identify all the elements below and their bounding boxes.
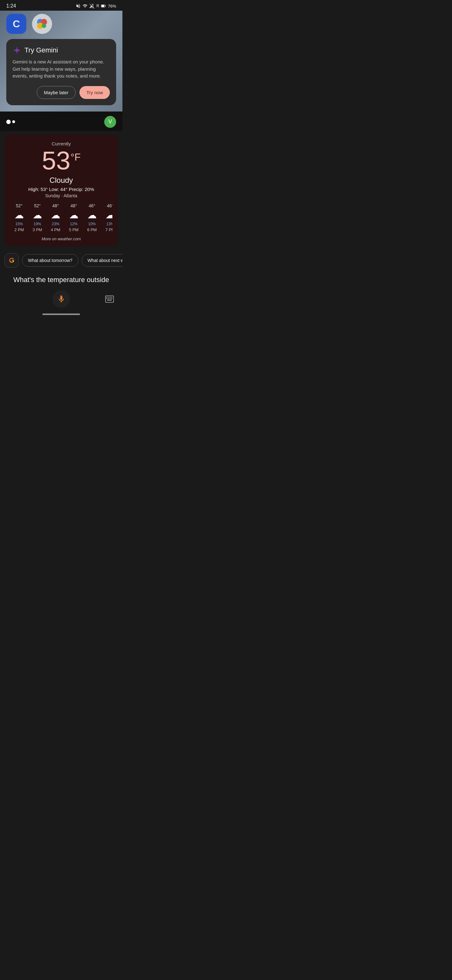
hourly-item: 46° ☁ 10% 6 PM [84, 203, 100, 232]
cloud-icon: ☁ [69, 210, 78, 221]
battery-icon [101, 3, 106, 8]
assistant-bar: V [0, 111, 122, 131]
svg-rect-2 [105, 5, 106, 6]
hourly-temp: 48° [70, 203, 77, 208]
hourly-time: 5 PM [69, 228, 78, 232]
google-assistant-app-icon[interactable] [32, 14, 52, 34]
gemini-title-row: Try Gemini [13, 46, 110, 55]
home-indicator [42, 313, 80, 315]
hourly-item: 52° ☁ 15% 2 PM [11, 203, 28, 232]
svg-point-6 [42, 24, 46, 28]
keyboard-button[interactable] [103, 293, 116, 305]
svg-rect-9 [108, 297, 109, 298]
hourly-precip: 15% [15, 222, 23, 226]
mic-button[interactable] [52, 290, 70, 308]
hourly-time: 3 PM [33, 228, 42, 232]
next-week-chip[interactable]: What about next week? [82, 254, 122, 267]
app-icons-row: C [6, 14, 116, 34]
weather-temperature: 53°F [10, 148, 113, 173]
cb-icon-label: C [13, 18, 20, 30]
google-g-icon: G [9, 256, 14, 264]
google-logo-icon [35, 17, 49, 31]
weather-temp-unit: °F [70, 151, 80, 162]
hourly-temp: 48° [52, 203, 59, 208]
weather-card: Currently 53°F Cloudy High: 53° Low: 44°… [5, 135, 118, 246]
hourly-time: 6 PM [87, 228, 97, 232]
hourly-precip: 23% [52, 222, 59, 226]
hourly-precip: 10% [88, 222, 96, 226]
google-g-button[interactable]: G [5, 253, 19, 267]
query-text: What's the temperature outside [13, 276, 109, 284]
status-bar: 1:24 R 76% [0, 0, 122, 11]
google-dots-icon[interactable] [6, 120, 15, 124]
maybe-later-button[interactable]: Maybe later [37, 86, 76, 99]
weather-currently-label: Currently [10, 141, 113, 146]
cloud-icon: ☁ [51, 210, 60, 221]
query-area: What's the temperature outside [0, 271, 122, 286]
cloud-icon: ☁ [87, 210, 97, 221]
hourly-time: 2 PM [14, 228, 24, 232]
hourly-precip: 12% [70, 222, 78, 226]
cloud-icon: ☁ [33, 210, 42, 221]
hourly-item: 52° ☁ 19% 3 PM [29, 203, 46, 232]
hourly-temp: 46° [107, 203, 113, 208]
gemini-buttons: Maybe later Try now [13, 86, 110, 99]
svg-rect-16 [107, 300, 112, 300]
svg-rect-14 [109, 298, 111, 299]
wallpaper-area: C [0, 11, 122, 111]
hourly-temp: 52° [16, 203, 22, 208]
tomorrow-chip[interactable]: What about tomorrow? [22, 254, 78, 267]
weather-temp-value: 53 [42, 146, 70, 175]
svg-rect-13 [108, 298, 109, 299]
user-avatar[interactable]: V [104, 116, 116, 128]
svg-rect-8 [106, 297, 108, 298]
cloud-icon: ☁ [105, 210, 113, 221]
gemini-card: Try Gemini Gemini is a new AI assistant … [6, 39, 116, 105]
hourly-precip: 13% [106, 222, 113, 226]
keyboard-icon [105, 295, 114, 303]
weather-location: Sunday · Atlanta [10, 193, 113, 198]
weather-details: High: 53° Low: 44° Precip: 20% [10, 186, 113, 192]
hourly-time: 4 PM [51, 228, 60, 232]
signal-icon [89, 3, 95, 8]
weather-more-link[interactable]: More on weather.com [10, 237, 113, 241]
cloud-icon: ☁ [14, 210, 24, 221]
svg-rect-11 [111, 297, 113, 298]
mic-area [0, 286, 122, 311]
suggestions-row: G What about tomorrow? What about next w… [0, 250, 122, 271]
dot-large-1 [6, 120, 11, 124]
battery-percent: 76% [108, 4, 116, 8]
svg-rect-10 [109, 297, 111, 298]
hourly-item: 48° ☁ 12% 5 PM [65, 203, 82, 232]
hourly-forecast-scroll[interactable]: 52° ☁ 15% 2 PM 52° ☁ 19% 3 PM 48° ☁ 23% … [10, 203, 113, 232]
mic-icon [57, 294, 66, 304]
weather-city: Atlanta [63, 193, 77, 198]
gemini-description: Gemini is a new AI assistant on your pho… [13, 59, 110, 80]
mute-icon [76, 3, 81, 8]
hourly-precip: 19% [33, 222, 41, 226]
status-icons: R 76% [76, 3, 116, 8]
status-time: 1:24 [6, 3, 16, 9]
hourly-temp: 46° [89, 203, 95, 208]
cb-app-icon[interactable]: C [6, 14, 26, 34]
hourly-time: 7 PM [105, 228, 113, 232]
gemini-title: Try Gemini [24, 46, 58, 54]
gemini-star-icon [13, 46, 21, 55]
dot-small [12, 120, 15, 123]
user-initial: V [108, 118, 112, 125]
network-type: R [96, 4, 99, 8]
svg-rect-15 [111, 298, 113, 299]
hourly-item: 48° ☁ 23% 4 PM [47, 203, 64, 232]
wifi-icon [82, 3, 87, 8]
weather-condition: Cloudy [10, 176, 113, 185]
hourly-temp: 52° [34, 203, 41, 208]
weather-day: Sunday [45, 193, 60, 198]
svg-rect-1 [102, 5, 104, 7]
try-now-button[interactable]: Try now [79, 86, 110, 99]
svg-rect-12 [106, 298, 108, 299]
hourly-item: 46° ☁ 13% 7 PM [102, 203, 113, 232]
